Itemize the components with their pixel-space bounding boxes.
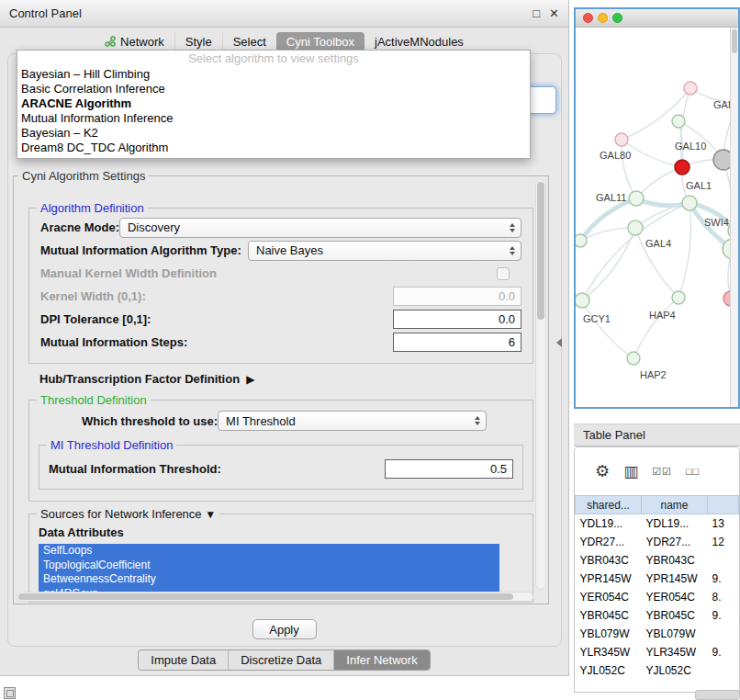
data-attribute-item[interactable]: BetweennessCentrality <box>39 572 499 587</box>
data-attributes-list[interactable]: SelfLoopsTopologicalCoefficientBetweenne… <box>39 544 499 599</box>
network-node[interactable] <box>576 234 587 247</box>
table-row[interactable]: YBL079WYBL079W <box>576 625 739 643</box>
network-tab-icon <box>105 36 116 47</box>
table-header: shared... name <box>576 496 739 514</box>
algorithm-popup-placeholder: Select algorithm to view settings <box>17 51 530 67</box>
manual-kernel-width-checkbox[interactable] <box>497 267 510 280</box>
network-canvas[interactable]: GALGAL80GAL10GAL11GAL1SWI4GAL4GCY1HAP4HA… <box>576 28 738 407</box>
bottom-right-scrollbar[interactable] <box>695 690 740 700</box>
table-row[interactable]: YJL052CYJL052C <box>576 661 739 680</box>
tab-style[interactable]: Style <box>174 32 222 51</box>
network-edge <box>580 198 636 241</box>
network-node[interactable] <box>675 160 690 175</box>
mi-algorithm-type-select[interactable]: Naive Bayes <box>248 241 521 261</box>
sources-group: Sources for Network Inference ▼ Data Att… <box>28 514 533 603</box>
table-row[interactable]: YPR145WYPR145W9. <box>576 570 739 588</box>
mi-threshold-group-title: MI Threshold Definition <box>47 438 176 452</box>
hub-definition-toggle[interactable]: Hub/Transcription Factor Definition ▶ <box>39 372 548 386</box>
network-node[interactable] <box>629 191 644 206</box>
network-node[interactable] <box>576 293 589 308</box>
tab-cyni-toolbox[interactable]: Cyni Toolbox <box>276 32 364 51</box>
data-attribute-item[interactable]: SelfLoops <box>39 544 499 559</box>
algorithm-option[interactable]: Dream8 DC_TDC Algorithm <box>17 141 530 155</box>
docked-panel-icon[interactable] <box>4 687 16 699</box>
select-all-icon[interactable]: ☑☑ <box>652 466 672 478</box>
aracne-mode-select[interactable]: Discovery <box>119 218 521 238</box>
network-node[interactable] <box>627 352 640 365</box>
algorithm-option[interactable]: Basic Correlation Inference <box>17 82 530 96</box>
algorithm-option[interactable]: Bayesian – K2 <box>17 126 530 141</box>
which-threshold-select[interactable]: MI Threshold <box>218 411 487 431</box>
table-row[interactable]: YBR045CYBR045C9. <box>576 606 739 625</box>
network-node[interactable] <box>615 133 628 146</box>
tab-label: Style <box>185 35 212 49</box>
tab-network[interactable]: Network <box>95 32 174 51</box>
column-header-name[interactable]: name <box>642 496 708 514</box>
which-threshold-value: MI Threshold <box>226 414 296 428</box>
control-panel-titlebar: Control Panel □ ✕ <box>0 0 568 28</box>
network-node[interactable] <box>672 291 685 304</box>
algorithm-option[interactable]: Mutual Information Inference <box>17 111 530 126</box>
table-row[interactable]: YER054CYER054C8. <box>576 588 739 606</box>
table-row[interactable]: YDR27...YDR27...12 <box>576 533 739 551</box>
threshold-definition-group: Threshold Definition Which threshold to … <box>28 400 533 502</box>
dpi-tolerance-label: DPI Tolerance [0,1]: <box>40 312 151 326</box>
columns-icon[interactable]: ▥ <box>623 462 638 481</box>
threshold-definition-title: Threshold Definition <box>37 393 151 407</box>
column-header-extra[interactable] <box>708 496 739 514</box>
table-row[interactable]: YLR345WYLR345W9. <box>576 643 739 661</box>
mi-threshold-input[interactable] <box>385 459 513 479</box>
apply-button[interactable]: Apply <box>252 619 317 639</box>
algorithm-dropdown-popup: Select algorithm to view settings Bayesi… <box>17 50 531 159</box>
mi-algorithm-type-label: Mutual Information Algorithm Type: <box>40 243 241 257</box>
scrollbar-thumb[interactable] <box>732 29 737 53</box>
expand-arrow-icon: ▶ <box>246 373 254 386</box>
settings-vertical-scrollbar[interactable] <box>535 179 546 590</box>
sources-group-title[interactable]: Sources for Network Inference ▼ <box>37 507 219 521</box>
algorithm-definition-group: Algorithm Definition Aracne Mode: Discov… <box>28 208 533 364</box>
network-node[interactable] <box>672 115 685 128</box>
mi-threshold-label: Mutual Information Threshold: <box>49 462 221 476</box>
tab-label: Network <box>120 35 164 49</box>
table-panel-header: Table Panel <box>574 423 740 446</box>
control-panel-title: Control Panel <box>9 6 82 20</box>
algorithm-definition-title: Algorithm Definition <box>37 201 148 215</box>
kernel-width-label: Kernel Width (0,1): <box>40 289 146 303</box>
close-window-icon[interactable] <box>583 13 593 23</box>
network-node-label: GAL4 <box>645 238 671 249</box>
mi-steps-input[interactable] <box>393 333 521 352</box>
network-node[interactable] <box>684 82 697 95</box>
deselect-all-icon[interactable]: □□ <box>686 466 700 477</box>
aracne-mode-row: Aracne Mode: Discovery <box>29 216 533 239</box>
tab-select[interactable]: Select <box>222 32 276 51</box>
zoom-window-icon[interactable] <box>612 13 622 23</box>
algorithm-option[interactable]: Bayesian – Hill Climbing <box>17 67 530 82</box>
bottom-tab-group: Impute Data Discretize Data Infer Networ… <box>138 649 430 671</box>
float-panel-icon[interactable]: □ <box>533 6 540 20</box>
network-edge <box>622 88 690 140</box>
tab-impute-data[interactable]: Impute Data <box>139 650 228 670</box>
network-vertical-scrollbar[interactable] <box>730 28 738 407</box>
mi-type-row: Mutual Information Algorithm Type: Naive… <box>29 239 533 262</box>
table-row[interactable]: YBR043CYBR043C <box>576 551 739 570</box>
algorithm-option[interactable]: ARACNE Algorithm <box>17 96 530 111</box>
settings-horizontal-scrollbar[interactable] <box>17 592 533 602</box>
scrollbar-thumb[interactable] <box>537 182 544 320</box>
dpi-tolerance-input[interactable] <box>393 310 521 329</box>
scrollbar-thumb[interactable] <box>18 593 513 600</box>
data-attribute-item[interactable]: TopologicalCoefficient <box>39 559 499 573</box>
network-node[interactable] <box>682 196 697 210</box>
network-node[interactable] <box>628 220 643 235</box>
close-panel-icon[interactable]: ✕ <box>549 6 559 20</box>
network-edge <box>633 298 678 358</box>
column-header-shared-name[interactable]: shared... <box>576 496 642 514</box>
minimize-window-icon[interactable] <box>598 13 608 23</box>
gear-icon[interactable]: ⚙ <box>595 461 610 481</box>
kernel-width-input[interactable] <box>393 287 521 306</box>
tab-jactivemnodules[interactable]: jActiveMNodules <box>364 32 474 51</box>
panel-resize-handle[interactable] <box>556 338 562 347</box>
network-window-titlebar[interactable] <box>576 9 738 28</box>
table-row[interactable]: YDL19...YDL19...13 <box>576 514 739 533</box>
tab-discretize-data[interactable]: Discretize Data <box>228 650 333 670</box>
tab-infer-network[interactable]: Infer Network <box>333 650 429 670</box>
